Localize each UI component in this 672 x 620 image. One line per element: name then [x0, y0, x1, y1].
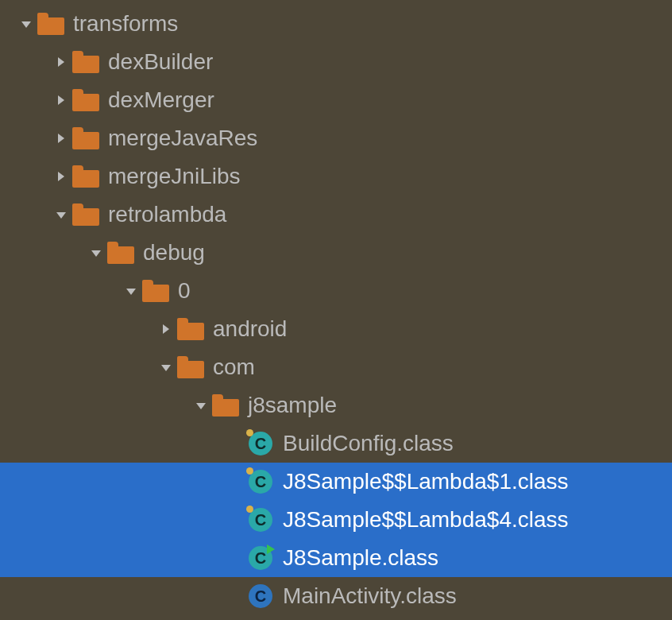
folder-icon — [141, 280, 170, 302]
tree-item-label: mergeJniLibs — [108, 165, 241, 188]
tree-item-label: BuildConfig.class — [283, 432, 454, 455]
chevron-right-icon[interactable] — [51, 94, 71, 107]
chevron-right-icon[interactable] — [51, 170, 71, 183]
tree-item-label: dexBuilder — [108, 51, 213, 73]
tree-row[interactable]: mergeJniLibs — [0, 157, 672, 196]
tree-item-label: android — [213, 318, 287, 340]
folder-icon — [106, 242, 135, 264]
tree-item-label: J8Sample$$Lambda$4.class — [283, 509, 569, 531]
tree-item-label: transforms — [73, 13, 178, 35]
tree-row[interactable]: com — [0, 348, 672, 386]
tree-row[interactable]: retrolambda — [0, 196, 672, 234]
tree-item-label: dexMerger — [108, 89, 214, 111]
project-tree[interactable]: transformsdexBuilderdexMergermergeJavaRe… — [0, 0, 672, 615]
folder-icon — [71, 51, 100, 73]
class-icon: C — [246, 470, 275, 494]
class-icon: C — [246, 508, 275, 532]
tree-row[interactable]: mergeJavaRes — [0, 119, 672, 157]
tree-row[interactable]: CJ8Sample.class — [0, 539, 672, 577]
class-icon: C — [246, 546, 275, 570]
chevron-down-icon[interactable] — [191, 399, 211, 412]
folder-icon — [71, 127, 100, 149]
chevron-right-icon[interactable] — [51, 132, 71, 145]
tree-item-label: debug — [143, 242, 205, 264]
tree-item-label: com — [213, 356, 255, 378]
chevron-down-icon[interactable] — [86, 246, 106, 259]
chevron-down-icon[interactable] — [121, 285, 141, 297]
tree-row[interactable]: android — [0, 310, 672, 348]
tree-row[interactable]: CJ8Sample$$Lambda$1.class — [0, 463, 672, 501]
class-icon: C — [246, 432, 275, 455]
tree-item-label: retrolambda — [108, 203, 226, 226]
tree-item-label: j8sample — [248, 394, 337, 417]
chevron-right-icon[interactable] — [51, 56, 71, 68]
tree-row[interactable]: CBuildConfig.class — [0, 424, 672, 463]
folder-icon — [176, 356, 205, 378]
tree-row[interactable]: dexMerger — [0, 81, 672, 119]
chevron-down-icon[interactable] — [156, 361, 176, 374]
tree-row[interactable]: CMainActivity.class — [0, 577, 672, 615]
tree-row[interactable]: dexBuilder — [0, 43, 672, 81]
folder-icon — [71, 89, 100, 111]
chevron-down-icon[interactable] — [51, 208, 71, 221]
chevron-down-icon[interactable] — [16, 17, 37, 30]
tree-row[interactable]: CJ8Sample$$Lambda$4.class — [0, 501, 672, 539]
tree-row[interactable]: 0 — [0, 272, 672, 310]
folder-icon — [176, 318, 205, 340]
tree-item-label: J8Sample$$Lambda$1.class — [283, 471, 569, 493]
folder-icon — [71, 165, 100, 188]
tree-row[interactable]: j8sample — [0, 386, 672, 424]
tree-row[interactable]: debug — [0, 234, 672, 272]
tree-item-label: J8Sample.class — [283, 547, 438, 569]
folder-icon — [211, 394, 240, 417]
tree-row[interactable]: transforms — [0, 5, 672, 43]
folder-icon — [71, 203, 100, 226]
chevron-right-icon[interactable] — [156, 323, 176, 335]
tree-item-label: mergeJavaRes — [108, 127, 257, 149]
tree-item-label: 0 — [178, 280, 191, 302]
class-icon: C — [246, 584, 275, 608]
folder-icon — [37, 13, 65, 35]
tree-item-label: MainActivity.class — [283, 585, 457, 607]
